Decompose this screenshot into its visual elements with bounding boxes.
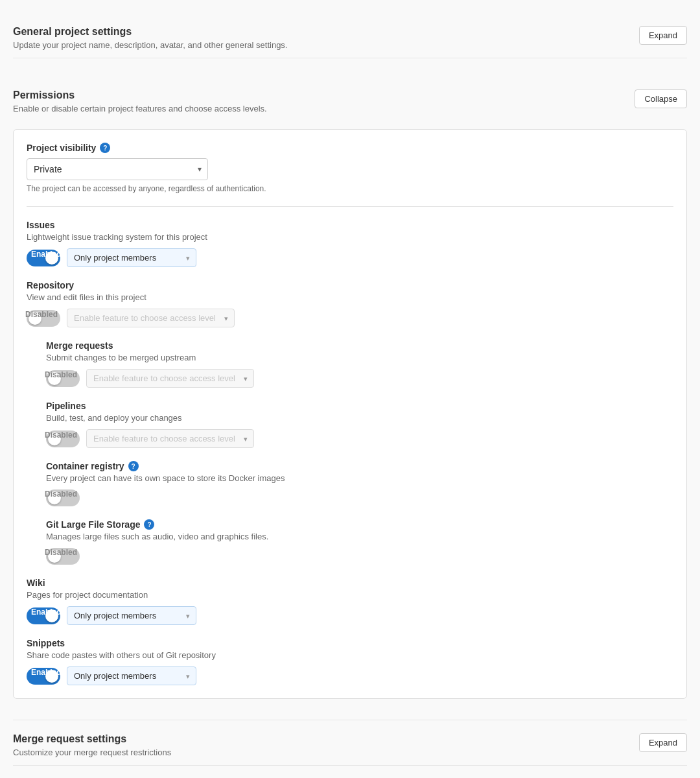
merge-request-settings-title: Merge request settings: [13, 733, 171, 745]
merge-requests-toggle-thumb: [48, 372, 61, 385]
wiki-toggle-track: Enabled: [27, 607, 60, 624]
general-settings-header-text: General project settings Update your pro…: [13, 26, 287, 50]
pipelines-toggle-track: Disabled: [46, 430, 80, 447]
merge-requests-description: Submit changes to be merged upstream: [46, 353, 673, 362]
merge-requests-toggle[interactable]: Disabled: [46, 370, 80, 387]
repository-toggle-thumb: [29, 312, 41, 325]
snippets-toggle-thumb: [45, 670, 58, 683]
merge-requests-access-select-wrapper: Enable feature to choose access level: [86, 369, 254, 388]
pipelines-description: Build, test, and deploy your changes: [46, 413, 673, 423]
wiki-toggle-thumb: [45, 609, 58, 622]
permissions-section: Permissions Enable or disable certain pr…: [13, 79, 687, 699]
git-lfs-toggle-thumb: [48, 550, 61, 563]
repository-access-select[interactable]: Enable feature to choose access level: [67, 309, 235, 327]
pipelines-toggle[interactable]: Disabled: [46, 430, 80, 447]
project-visibility-help-icon[interactable]: ?: [100, 143, 110, 153]
project-visibility-select-wrapper: Private Internal Public: [27, 158, 208, 180]
container-registry-title: Container registry ?: [46, 461, 673, 471]
container-registry-toggle-thumb: [48, 491, 61, 504]
merge-requests-controls: Disabled Enable feature to choose access…: [46, 369, 673, 388]
snippets-feature-row: Snippets Share code pastes with others o…: [27, 638, 673, 685]
pipelines-access-select[interactable]: Enable feature to choose access level: [86, 429, 254, 448]
issues-feature-row: Issues Lightweight issue tracking system…: [27, 220, 673, 267]
wiki-title: Wiki: [27, 578, 673, 588]
permissions-collapse-button[interactable]: Collapse: [635, 89, 687, 108]
wiki-controls: Enabled Only project members Everyone wi…: [27, 606, 673, 625]
wiki-description: Pages for project documentation: [27, 590, 673, 600]
wiki-access-select[interactable]: Only project members Everyone with acces…: [67, 606, 196, 625]
repository-title: Repository: [27, 280, 673, 290]
container-registry-help-icon[interactable]: ?: [128, 461, 139, 471]
snippets-title: Snippets: [27, 638, 673, 648]
permissions-subtitle: Enable or disable certain project featur…: [13, 104, 267, 113]
container-registry-controls: Disabled: [46, 489, 673, 506]
pipelines-toggle-thumb: [48, 432, 61, 445]
pipelines-access-select-wrapper: Enable feature to choose access level: [86, 429, 254, 448]
repository-feature-row: Repository View and edit files in this p…: [27, 280, 673, 327]
issues-description: Lightweight issue tracking system for th…: [27, 232, 673, 242]
repository-toggle-track: Disabled: [27, 310, 60, 327]
general-settings-title: General project settings: [13, 26, 287, 38]
merge-requests-feature-row: Merge requests Submit changes to be merg…: [46, 340, 673, 388]
repository-access-select-wrapper: Enable feature to choose access level: [67, 309, 235, 327]
merge-requests-toggle-track: Disabled: [46, 370, 80, 387]
git-lfs-description: Manages large files such as audio, video…: [46, 532, 673, 541]
git-lfs-controls: Disabled: [46, 548, 673, 565]
permissions-header: Permissions Enable or disable certain pr…: [13, 79, 687, 119]
issues-toggle-track: Enabled: [27, 250, 60, 266]
repository-controls: Disabled Enable feature to choose access…: [27, 309, 673, 327]
general-settings-expand-button[interactable]: Expand: [639, 26, 687, 45]
project-visibility-section: Project visibility ? Private Internal Pu…: [27, 143, 673, 207]
issues-access-select-wrapper: Only project members Everyone with acces…: [67, 248, 196, 267]
project-visibility-select[interactable]: Private Internal Public: [27, 158, 208, 180]
wiki-access-select-wrapper: Only project members Everyone with acces…: [67, 606, 196, 625]
git-lfs-toggle[interactable]: Disabled: [46, 548, 80, 565]
merge-requests-access-select[interactable]: Enable feature to choose access level: [86, 369, 254, 388]
issues-toggle[interactable]: Enabled: [27, 250, 60, 266]
snippets-toggle-track: Enabled: [27, 668, 60, 685]
git-lfs-help-icon[interactable]: ?: [144, 519, 154, 530]
permissions-header-text: Permissions Enable or disable certain pr…: [13, 89, 267, 113]
merge-request-settings-expand-button[interactable]: Expand: [639, 733, 687, 752]
merge-request-settings-header-text: Merge request settings Customize your me…: [13, 733, 171, 757]
pipelines-controls: Disabled Enable feature to choose access…: [46, 429, 673, 448]
snippets-access-select[interactable]: Only project members Everyone with acces…: [67, 666, 196, 685]
merge-requests-title: Merge requests: [46, 340, 673, 351]
permissions-panel: Project visibility ? Private Internal Pu…: [13, 129, 687, 699]
container-registry-toggle[interactable]: Disabled: [46, 489, 80, 506]
issues-title: Issues: [27, 220, 673, 230]
pipelines-feature-row: Pipelines Build, test, and deploy your c…: [46, 401, 673, 448]
merge-request-settings-section: Merge request settings Customize your me…: [13, 720, 687, 766]
snippets-toggle[interactable]: Enabled: [27, 668, 60, 685]
git-lfs-toggle-track: Disabled: [46, 548, 80, 565]
container-registry-description: Every project can have its own space to …: [46, 473, 673, 483]
page-container: General project settings Update your pro…: [0, 0, 700, 778]
general-settings-section: General project settings Update your pro…: [13, 16, 687, 58]
wiki-toggle[interactable]: Enabled: [27, 607, 60, 624]
snippets-description: Share code pastes with others out of Git…: [27, 650, 673, 660]
issues-access-select[interactable]: Only project members Everyone with acces…: [67, 248, 196, 267]
issues-toggle-thumb: [45, 252, 58, 265]
project-visibility-label: Project visibility ?: [27, 143, 673, 153]
repository-toggle[interactable]: Disabled: [27, 310, 60, 327]
wiki-feature-row: Wiki Pages for project documentation Ena…: [27, 578, 673, 625]
snippets-controls: Enabled Only project members Everyone wi…: [27, 666, 673, 685]
git-lfs-title: Git Large File Storage ?: [46, 519, 673, 530]
pipelines-title: Pipelines: [46, 401, 673, 411]
container-registry-toggle-track: Disabled: [46, 489, 80, 506]
permissions-title: Permissions: [13, 89, 267, 101]
general-settings-subtitle: Update your project name, description, a…: [13, 40, 287, 50]
merge-request-settings-subtitle: Customize your merge request restriction…: [13, 748, 171, 757]
repository-description: View and edit files in this project: [27, 292, 673, 302]
container-registry-feature-row: Container registry ? Every project can h…: [46, 461, 673, 506]
issues-controls: Enabled Only project members Everyone wi…: [27, 248, 673, 267]
snippets-access-select-wrapper: Only project members Everyone with acces…: [67, 666, 196, 685]
project-visibility-hint: The project can be accessed by anyone, r…: [27, 184, 673, 193]
git-lfs-feature-row: Git Large File Storage ? Manages large f…: [46, 519, 673, 565]
